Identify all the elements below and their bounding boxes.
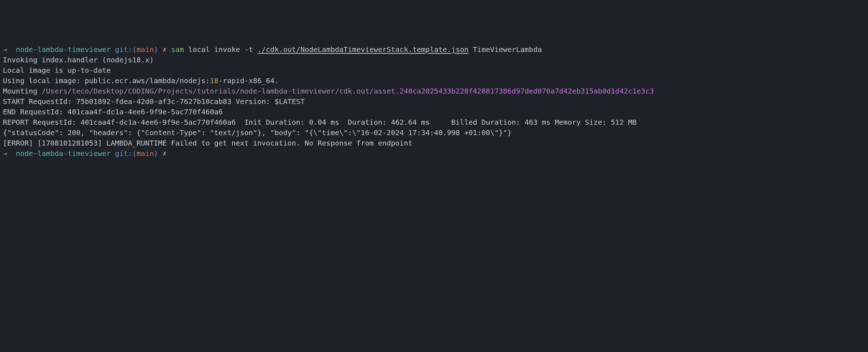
mounting-path: /Users/teco/Desktop/CODING/Projects/tuto…	[42, 87, 373, 95]
prompt-arrow: →	[3, 45, 7, 54]
dirty-mark: ✗	[163, 45, 167, 54]
prompt-line-2: → node-lambda-timeviewer git:(main) ✗	[3, 148, 865, 159]
output-using-local: Using local image: public.ecr.aws/lambda…	[3, 76, 865, 86]
using-local-pre: Using local image: public.ecr.aws/lambda…	[3, 76, 210, 85]
git-label: git:(	[115, 45, 136, 54]
dirty-mark: ✗	[163, 149, 167, 158]
nodejs-version: 18	[210, 76, 218, 85]
command-args-pre: local invoke -t	[188, 45, 257, 54]
git-label: git:(	[115, 149, 136, 158]
git-branch: main	[136, 149, 154, 158]
output-end: END RequestId: 401caa4f-dc1a-4ee6-9f9e-5…	[3, 107, 865, 117]
command-name: sam	[171, 45, 184, 54]
output-error: [ERROR] [1708101281053] LAMBDA_RUNTIME F…	[3, 138, 865, 148]
command-args-post: TimeViewerLambda	[469, 45, 542, 54]
git-close: )	[154, 149, 158, 158]
output-invoking: Invoking index.handler (nodejs18.x)	[3, 55, 865, 65]
terminal[interactable]: → node-lambda-timeviewer git:(main) ✗ sa…	[3, 44, 865, 159]
prompt-dir: node-lambda-timeviewer	[16, 45, 111, 54]
mounting-asset: asset.240ca2025433b228f428817386d97ded07…	[374, 87, 654, 95]
output-mounting: Mounting /Users/teco/Desktop/CODING/Proj…	[3, 86, 865, 96]
using-local-post: -rapid-x86_64.	[218, 76, 279, 85]
output-response: {"statusCode": 200, "headers": {"Content…	[3, 128, 865, 138]
prompt-arrow: →	[3, 149, 7, 158]
output-report: REPORT RequestId: 401caa4f-dc1a-4ee6-9f9…	[3, 117, 865, 128]
output-start: START RequestId: 75b01892-fdea-42d0-af3c…	[3, 96, 865, 107]
template-path: ./cdk.out/NodeLambdaTimeviewerStack.temp…	[257, 45, 469, 54]
git-close: )	[154, 45, 158, 54]
git-branch: main	[136, 45, 154, 54]
prompt-line-1: → node-lambda-timeviewer git:(main) ✗ sa…	[3, 44, 865, 55]
prompt-dir: node-lambda-timeviewer	[16, 149, 111, 158]
mounting-label: Mounting	[3, 87, 42, 95]
output-local-image: Local image is up-to-date	[3, 65, 865, 76]
